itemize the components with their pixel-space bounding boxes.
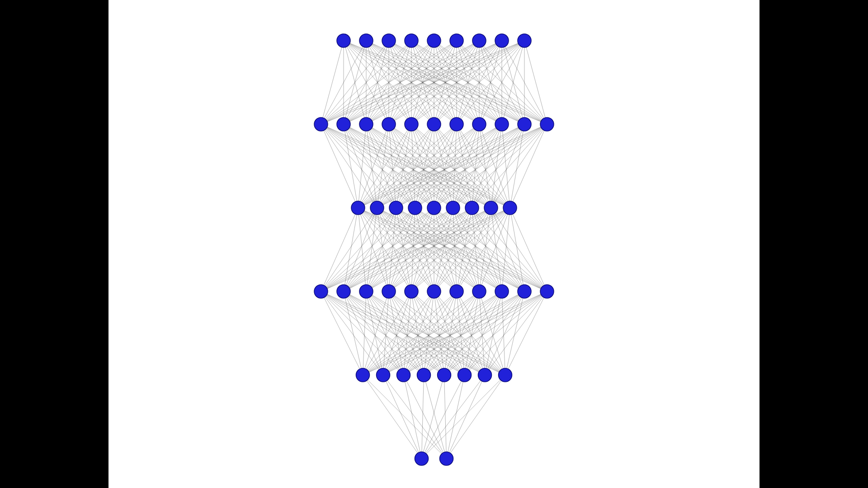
- node-hidden2-0: [351, 201, 365, 215]
- node-hidden1-10: [540, 117, 554, 131]
- node-input-2: [382, 34, 396, 47]
- svg-line-117: [358, 124, 366, 208]
- node-hidden3-0: [314, 285, 328, 298]
- node-hidden4-0: [356, 368, 370, 382]
- svg-line-171: [358, 124, 502, 208]
- node-hidden2-4: [427, 201, 441, 215]
- svg-line-273: [472, 208, 524, 291]
- svg-line-222: [366, 208, 396, 291]
- node-input-6: [472, 34, 486, 47]
- svg-line-394: [444, 375, 447, 459]
- svg-line-22: [321, 41, 389, 124]
- node-hidden4-4: [438, 368, 451, 382]
- svg-line-267: [389, 208, 472, 291]
- svg-line-400: [447, 375, 505, 459]
- node-hidden3-8: [495, 285, 509, 298]
- node-output-0: [415, 452, 429, 465]
- svg-line-387: [383, 375, 422, 459]
- node-input-5: [450, 34, 463, 47]
- svg-line-109: [344, 124, 377, 208]
- node-hidden4-2: [397, 368, 410, 382]
- svg-line-44: [321, 41, 434, 124]
- node-hidden1-5: [427, 117, 441, 131]
- edges-group: [321, 41, 547, 459]
- node-hidden2-1: [370, 201, 384, 215]
- node-hidden3-6: [450, 285, 463, 298]
- node-hidden1-9: [518, 117, 531, 131]
- svg-line-190: [377, 124, 547, 208]
- node-input-1: [359, 34, 373, 47]
- node-hidden3-2: [359, 285, 373, 298]
- neural-network-svg: [108, 0, 760, 488]
- svg-line-275: [321, 208, 491, 291]
- node-hidden1-3: [382, 117, 396, 131]
- svg-line-197: [510, 124, 547, 208]
- node-hidden1-2: [359, 117, 373, 131]
- svg-line-187: [491, 124, 524, 208]
- svg-line-125: [366, 124, 510, 208]
- svg-line-272: [472, 208, 502, 291]
- svg-line-296: [510, 208, 547, 291]
- node-hidden3-4: [405, 285, 418, 298]
- svg-line-179: [502, 124, 510, 208]
- svg-line-214: [377, 208, 434, 291]
- svg-line-391: [422, 375, 424, 459]
- svg-line-177: [472, 124, 502, 208]
- svg-line-389: [404, 375, 422, 459]
- svg-line-288: [366, 208, 510, 291]
- svg-line-399: [422, 375, 505, 459]
- svg-line-384: [505, 291, 547, 375]
- svg-line-326: [389, 291, 465, 375]
- svg-line-132: [389, 124, 472, 208]
- diagram-canvas: [108, 0, 760, 488]
- node-hidden3-9: [518, 285, 531, 298]
- svg-line-106: [321, 124, 491, 208]
- node-hidden1-4: [405, 117, 418, 131]
- svg-line-199: [344, 208, 358, 291]
- svg-line-396: [447, 375, 465, 459]
- svg-line-198: [321, 208, 358, 291]
- svg-line-219: [377, 208, 547, 291]
- svg-line-284: [491, 208, 524, 291]
- node-hidden2-3: [408, 201, 422, 215]
- svg-line-145: [377, 124, 434, 208]
- svg-line-98: [524, 41, 547, 124]
- svg-line-355: [404, 291, 480, 375]
- svg-line-305: [344, 291, 363, 375]
- node-hidden3-5: [427, 285, 441, 298]
- node-hidden4-5: [458, 368, 472, 382]
- node-input-8: [518, 34, 531, 47]
- node-hidden1-7: [472, 117, 486, 131]
- svg-line-210: [344, 208, 377, 291]
- node-input-4: [427, 34, 441, 47]
- svg-line-280: [434, 208, 491, 291]
- node-hidden3-10: [540, 285, 554, 298]
- svg-line-294: [502, 208, 510, 291]
- svg-line-379: [404, 291, 547, 375]
- svg-line-388: [383, 375, 447, 459]
- svg-line-295: [510, 208, 524, 291]
- node-hidden4-1: [377, 368, 390, 382]
- node-hidden4-3: [417, 368, 431, 382]
- svg-line-151: [434, 124, 491, 208]
- node-hidden3-7: [472, 285, 486, 298]
- node-input-0: [337, 34, 350, 47]
- svg-line-0: [321, 41, 344, 124]
- svg-line-188: [510, 124, 524, 208]
- svg-line-347: [404, 291, 457, 375]
- node-hidden2-8: [503, 201, 517, 215]
- node-input-7: [495, 34, 509, 47]
- svg-line-376: [505, 291, 525, 375]
- svg-line-66: [321, 41, 479, 124]
- svg-line-186: [472, 124, 524, 208]
- svg-line-302: [321, 291, 465, 375]
- svg-line-164: [396, 124, 479, 208]
- node-hidden3-3: [382, 285, 396, 298]
- node-hidden4-6: [478, 368, 492, 382]
- node-hidden4-7: [499, 368, 512, 382]
- node-input-3: [405, 34, 418, 47]
- node-hidden1-6: [450, 117, 463, 131]
- node-hidden1-1: [337, 117, 350, 131]
- node-output-1: [440, 452, 453, 465]
- svg-line-303: [321, 291, 485, 375]
